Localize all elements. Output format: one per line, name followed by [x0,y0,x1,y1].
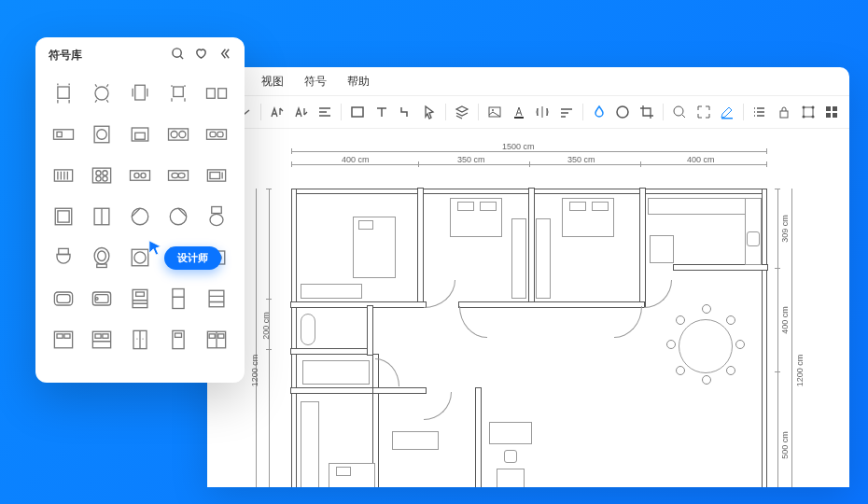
sym-fridge[interactable] [161,280,197,317]
sym-oven[interactable] [121,116,158,153]
svg-rect-78 [63,334,69,338]
align-icon[interactable] [317,104,334,120]
line-style-icon[interactable] [558,104,575,120]
symbol-grid [35,73,245,368]
crop-icon[interactable] [638,104,655,120]
svg-rect-49 [210,173,220,179]
sym-tub1[interactable] [45,280,81,317]
sym-chair-arm[interactable] [121,75,158,112]
font-color-icon[interactable] [511,104,527,120]
sym-toilet-side2[interactable] [45,239,81,276]
font-size-down-icon[interactable] [293,104,310,120]
sym-bed-lines[interactable] [121,280,158,317]
svg-point-4 [617,106,628,118]
sym-tub2[interactable] [83,280,119,317]
svg-point-12 [811,116,814,119]
sym-chair-round[interactable] [83,75,119,112]
sym-washer[interactable] [83,116,119,153]
dim-r-total: 1200 cm [795,355,805,387]
pointer-icon[interactable] [421,104,438,120]
svg-rect-51 [57,211,68,222]
sym-bed-double2[interactable] [83,321,119,358]
svg-rect-73 [136,292,145,296]
layers-icon[interactable] [454,104,470,120]
pen-icon[interactable] [719,104,735,120]
svg-rect-42 [130,171,149,181]
font-size-up-icon[interactable] [269,104,286,120]
menu-view[interactable]: 视图 [261,74,284,90]
svg-point-71 [95,298,98,301]
dim-r3: 500 cm [780,431,790,459]
sym-stove2[interactable] [161,116,197,153]
more-icon[interactable] [823,104,840,120]
svg-rect-23 [218,89,227,99]
dim-l-total: 1200 cm [250,355,259,387]
sym-desk[interactable] [45,116,81,153]
svg-rect-22 [207,89,216,99]
shape-circle-icon[interactable] [615,104,632,120]
sym-bed-double1[interactable] [45,321,81,358]
sym-cooktop4[interactable] [83,157,119,194]
sym-cooktop2[interactable] [121,157,158,194]
svg-rect-16 [833,113,837,118]
text-icon[interactable] [373,104,390,120]
svg-point-54 [170,208,187,225]
fill-color-icon[interactable] [591,104,608,120]
svg-point-17 [173,49,181,57]
flip-h-icon[interactable] [534,104,551,120]
toolbar: 12 [207,95,849,129]
sym-bed-twin[interactable] [199,321,235,358]
list-icon[interactable] [751,104,768,120]
svg-point-46 [172,173,178,177]
svg-point-62 [134,252,146,263]
connector-icon[interactable] [398,104,414,120]
sym-cooktop-oval[interactable] [161,157,197,194]
zoom-icon[interactable] [671,104,688,120]
sym-door-rect[interactable] [45,198,81,235]
fullscreen-icon[interactable] [695,104,712,120]
panel-title: 符号库 [49,48,82,63]
sym-door-arc-l[interactable] [121,198,158,235]
sym-door-arc-r[interactable] [161,198,197,235]
sym-toilet-side[interactable] [199,198,235,235]
sym-microwave[interactable] [199,157,235,194]
heart-icon[interactable] [194,47,208,63]
sym-grill[interactable] [45,157,81,194]
sym-double-square[interactable] [199,75,235,112]
svg-rect-86 [210,334,216,338]
search-icon[interactable] [171,47,185,63]
menu-help[interactable]: 帮助 [347,74,370,90]
svg-rect-3 [514,117,524,119]
cursor-pointer-icon [147,239,164,259]
sym-bed-single2[interactable] [161,321,197,358]
sym-stool[interactable] [161,75,197,112]
svg-rect-80 [95,334,101,338]
dim-l1: 200 cm [261,312,271,340]
svg-rect-37 [92,168,110,183]
svg-point-31 [171,132,177,138]
svg-rect-87 [218,334,224,338]
lock-icon[interactable] [776,104,792,120]
svg-point-2 [492,109,494,111]
svg-point-19 [95,87,108,100]
svg-rect-35 [217,132,223,136]
svg-rect-7 [780,111,788,118]
rect-icon[interactable] [349,104,366,120]
collapse-icon[interactable] [217,47,231,63]
select-all-icon[interactable] [800,104,817,120]
dim-r1: 309 cm [780,215,790,243]
dim-r2: 400 cm [780,306,790,334]
menu-symbol[interactable]: 符号 [304,74,327,90]
svg-rect-29 [135,133,146,139]
image-icon[interactable] [486,104,503,120]
sym-chair-square[interactable] [45,75,81,112]
svg-point-11 [802,116,805,119]
sym-sink2[interactable] [199,116,235,153]
canvas[interactable]: 1500 cm 400 cm 350 cm 350 cm 400 cm 200 … [243,140,849,487]
svg-point-41 [103,176,107,181]
sym-wardrobe[interactable] [121,321,158,358]
dim-total-w: 1500 cm [502,142,535,151]
sym-dresser[interactable] [199,280,235,317]
sym-door-split[interactable] [83,198,119,235]
sym-toilet-top[interactable] [83,239,119,276]
